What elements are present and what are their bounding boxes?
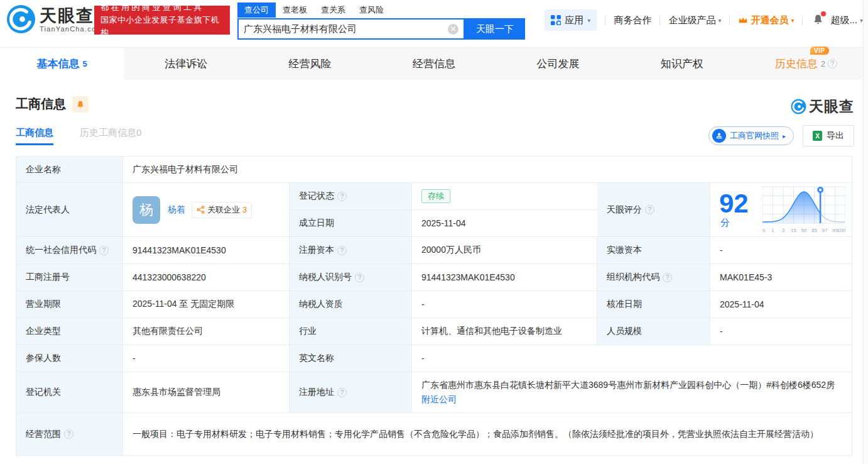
notification-bell[interactable] (812, 13, 824, 28)
table-row: 参保人数 - 英文名称 - (16, 345, 852, 372)
industry-value: 计算机、通信和其他电子设备制造业 (412, 318, 597, 345)
nearby-companies-link[interactable]: 附近公司 (421, 392, 457, 407)
field-label: 经营范围 ? (16, 413, 123, 456)
avatar[interactable]: 杨 (133, 196, 160, 224)
help-icon[interactable]: ? (337, 246, 347, 255)
stamp-icon (712, 129, 726, 143)
tianyancha-company-page: 天眼查 TianYanCha.com 都在用的商业查询工具 国家中小企业发展子基… (0, 0, 868, 464)
divider (802, 16, 803, 25)
reg-address-cell: 广东省惠州市惠东县白花镇长塘村新平大道3689号惠州市新材料产业园科创中心（一期… (412, 372, 852, 413)
tianyancha-logo[interactable]: 天眼查 TianYanCha.com (6, 4, 103, 34)
divider (605, 16, 605, 25)
nav-open-vip[interactable]: 开通会员 ▾ (738, 14, 794, 26)
field-label: 纳税人识别号 ? (290, 264, 412, 291)
business-info-table: 企业名称 广东兴福电子材料有限公司 法定代表人 杨 杨着 关联企业 3 (16, 156, 852, 456)
field-label: 组织机构代码 ? (597, 264, 710, 291)
table-row: 企业类型 其他有限责任公司 行业 计算机、通信和其他电子设备制造业 人员规模 - (16, 318, 852, 345)
help-icon[interactable]: ? (828, 59, 837, 69)
subtab-history-business-info[interactable]: 历史工商信息0 (80, 127, 141, 145)
staff-size-value: - (710, 318, 852, 345)
field-label: 纳税人资质 (290, 291, 412, 318)
tab-operation-risk[interactable]: 经营风险 (248, 48, 372, 80)
nav-super-vip[interactable]: 超级... ▾ (830, 14, 863, 26)
table-row: 登记机关 惠东县市场监督管理局 注册地址 ? 广东省惠州市惠东县白花镇长塘村新平… (16, 372, 852, 413)
export-button[interactable]: X 导出 (803, 125, 854, 146)
help-icon[interactable]: ? (64, 429, 73, 439)
top-nav: 应用 ▾ 商务合作 企业级产品 ▾ 开通会员 ▾ (545, 9, 863, 31)
subtab-business-info[interactable]: 工商信息 (16, 127, 53, 145)
network-icon (197, 206, 205, 214)
search-tab-company[interactable]: 查公司 (237, 3, 276, 18)
taxpayer-id-value: 91441323MAK01E4530 (412, 264, 597, 291)
business-scope-value: 一般项目：电子专用材料研发；电子专用材料销售；专用化学产品销售（不含危险化学品）… (123, 413, 852, 456)
status-badge: 存续 (421, 189, 450, 203)
monitor-bell-button[interactable] (72, 96, 89, 113)
chevron-right-icon: ▸ (783, 133, 786, 140)
score-axis: 0131550859799100 (762, 228, 845, 235)
help-icon[interactable]: ? (355, 273, 364, 282)
company-type-value: 其他有限责任公司 (123, 318, 290, 345)
search-tab-risk[interactable]: 查风险 (352, 3, 391, 18)
apps-label: 应用 (565, 14, 583, 26)
tianyancha-logo-icon (791, 99, 806, 114)
scrollbar[interactable] (863, 0, 868, 464)
field-label: 行业 (290, 318, 412, 345)
field-label: 天眼评分 ? (597, 183, 710, 237)
subtabs: 工商信息 历史工商信息0 (16, 127, 141, 145)
legal-rep-link[interactable]: 杨着 (168, 204, 185, 216)
nav-enterprise-product[interactable]: 企业级产品 ▾ (668, 14, 721, 26)
search-tab-relation[interactable]: 查关系 (314, 3, 352, 18)
excel-icon: X (813, 131, 822, 141)
credit-code-value: 91441323MAK01E4530 (123, 237, 290, 264)
english-name-value: - (412, 345, 852, 372)
table-row: 企业名称 广东兴福电子材料有限公司 (16, 157, 852, 183)
tab-company-development[interactable]: 公司发展 (496, 48, 620, 80)
company-name-value: 广东兴福电子材料有限公司 (123, 157, 852, 183)
reg-address-value: 广东省惠州市惠东县白花镇长塘村新平大道3689号惠州市新材料产业园科创中心（一期… (421, 378, 835, 392)
official-snapshot-button[interactable]: 工商官网快照 ▸ (708, 126, 794, 145)
section-title: 工商信息 (16, 96, 66, 113)
apps-button[interactable]: 应用 ▾ (545, 9, 597, 31)
field-label: 企业类型 (16, 318, 123, 345)
tab-legal-lawsuits[interactable]: 法律诉讼 (124, 48, 247, 80)
field-label: 企业名称 (16, 157, 123, 183)
notification-dot (821, 11, 826, 16)
score-chart: 0131550859799100 (762, 185, 845, 235)
score-cell: 92分 0131550859799100 (710, 183, 852, 237)
reg-authority-value: 惠东县市场监督管理局 (123, 372, 290, 413)
tianyancha-logo-icon (6, 4, 36, 34)
score-value: 92 (719, 189, 749, 218)
approval-date-value: 2025-11-04 (710, 291, 852, 318)
nav-business-coop[interactable]: 商务合作 (614, 14, 651, 26)
field-label: 成立日期 (290, 210, 412, 237)
tab-history-info[interactable]: 历史信息 VIP 2 ? (744, 48, 868, 80)
bell-icon (76, 100, 85, 109)
search-tabs: 查公司 查老板 查关系 查风险 (237, 2, 525, 18)
help-icon[interactable]: ? (645, 205, 654, 214)
clear-icon[interactable]: ✕ (448, 24, 458, 35)
detail-tabs: 基本信息 5 法律诉讼 经营风险 经营信息 公司发展 知识产权 历史信息 VIP… (0, 47, 868, 80)
help-icon[interactable]: ? (99, 246, 109, 255)
field-label: 营业期限 (16, 291, 123, 318)
divider (659, 16, 660, 25)
field-label: 英文名称 (290, 345, 412, 372)
field-label: 实缴资本 (597, 237, 710, 264)
top-bar: 天眼查 TianYanCha.com 都在用的商业查询工具 国家中小企业发展子基… (0, 0, 868, 39)
field-label: 注册资本 ? (290, 237, 412, 264)
search-input[interactable] (244, 24, 448, 35)
table-row: 工商注册号 441323000638220 纳税人识别号 ? 91441323M… (16, 264, 852, 291)
search-button[interactable]: 天眼一下 (465, 18, 525, 40)
reg-status-cell: 存续 (412, 183, 597, 210)
search-tab-boss[interactable]: 查老板 (276, 3, 314, 18)
tab-basic-info[interactable]: 基本信息 5 (0, 48, 124, 80)
slogan-line1: 都在用的商业查询工具 (100, 1, 224, 14)
related-companies-badge[interactable]: 关联企业 3 (192, 202, 252, 218)
help-icon[interactable]: ? (337, 192, 347, 201)
field-label: 登记机关 (16, 372, 123, 413)
help-icon[interactable]: ? (663, 273, 672, 282)
tab-operation-info[interactable]: 经营信息 (372, 48, 496, 80)
score-curve (762, 185, 845, 224)
help-icon[interactable]: ? (337, 388, 347, 397)
search-box: ✕ (237, 18, 465, 40)
tab-intellectual-property[interactable]: 知识产权 (620, 48, 744, 80)
